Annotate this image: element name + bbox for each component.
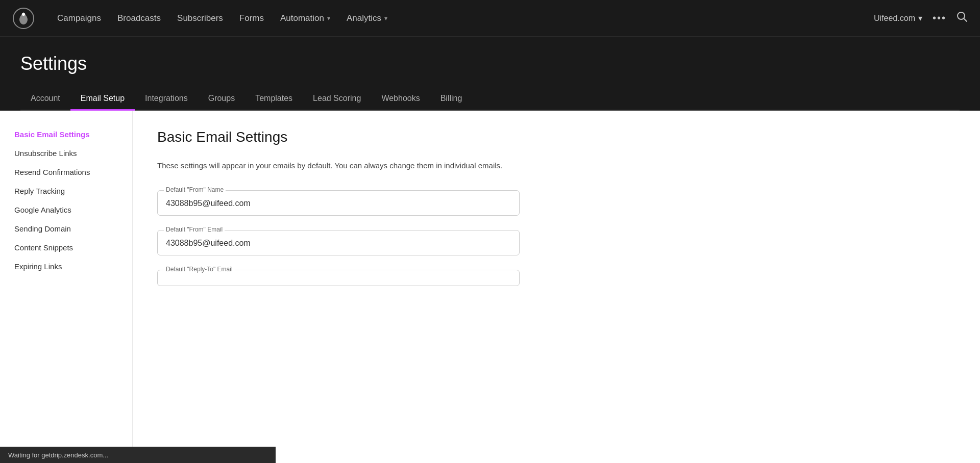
tab-account[interactable]: Account <box>20 89 70 111</box>
account-dropdown-arrow: ▾ <box>918 13 922 23</box>
tab-lead-scoring[interactable]: Lead Scoring <box>303 89 371 111</box>
sidebar-resend-confirmations[interactable]: Resend Confirmations <box>12 163 120 182</box>
svg-line-3 <box>964 19 967 22</box>
svg-point-1 <box>22 13 25 16</box>
from-email-label: Default "From" Email <box>164 226 225 233</box>
logo[interactable] <box>12 7 35 30</box>
sidebar-google-analytics[interactable]: Google Analytics <box>12 200 120 219</box>
nav-subscribers[interactable]: Subscribers <box>171 9 229 28</box>
from-name-group: Default "From" Name 43088b95@uifeed.com <box>157 190 520 216</box>
sidebar: Basic Email Settings Unsubscribe Links R… <box>0 111 133 463</box>
nav-analytics[interactable]: Analytics ▾ <box>340 9 394 28</box>
nav-automation[interactable]: Automation ▾ <box>274 9 336 28</box>
from-email-value: 43088b95@uifeed.com <box>166 237 511 248</box>
nav-links: Campaigns Broadcasts Subscribers Forms A… <box>51 9 874 28</box>
reply-to-label: Default "Reply-To" Email <box>164 266 235 273</box>
more-options-button[interactable]: ••• <box>933 12 946 24</box>
tab-groups[interactable]: Groups <box>198 89 245 111</box>
tab-billing[interactable]: Billing <box>430 89 473 111</box>
from-email-group: Default "From" Email 43088b95@uifeed.com <box>157 230 520 255</box>
nav-right: Uifeed.com ▾ ••• <box>874 11 968 25</box>
from-email-field-wrapper[interactable]: Default "From" Email 43088b95@uifeed.com <box>157 230 520 255</box>
account-selector[interactable]: Uifeed.com ▾ <box>874 13 922 23</box>
page-header: Settings Account Email Setup Integration… <box>0 37 980 111</box>
status-bar: Waiting for getdrip.zendesk.com... <box>0 447 276 463</box>
nav-campaigns[interactable]: Campaigns <box>51 9 107 28</box>
reply-to-field-wrapper[interactable]: Default "Reply-To" Email <box>157 270 520 286</box>
settings-tabs: Account Email Setup Integrations Groups … <box>20 89 960 111</box>
from-name-field-wrapper[interactable]: Default "From" Name 43088b95@uifeed.com <box>157 190 520 216</box>
page-title: Settings <box>20 53 960 74</box>
analytics-dropdown-arrow: ▾ <box>384 15 387 22</box>
sidebar-content-snippets[interactable]: Content Snippets <box>12 238 120 257</box>
status-text: Waiting for getdrip.zendesk.com... <box>8 451 108 459</box>
search-icon[interactable] <box>957 11 968 25</box>
tab-integrations[interactable]: Integrations <box>135 89 198 111</box>
content-area: Basic Email Settings These settings will… <box>133 111 980 463</box>
sidebar-unsubscribe-links[interactable]: Unsubscribe Links <box>12 144 120 163</box>
automation-dropdown-arrow: ▾ <box>327 15 330 22</box>
tab-templates[interactable]: Templates <box>245 89 303 111</box>
from-name-value: 43088b95@uifeed.com <box>166 197 511 208</box>
reply-to-value <box>166 276 511 278</box>
content-description: These settings will appear in your email… <box>157 160 504 172</box>
sidebar-sending-domain[interactable]: Sending Domain <box>12 219 120 238</box>
top-navigation: Campaigns Broadcasts Subscribers Forms A… <box>0 0 980 37</box>
main-layout: Basic Email Settings Unsubscribe Links R… <box>0 111 980 463</box>
tab-email-setup[interactable]: Email Setup <box>70 89 135 111</box>
nav-broadcasts[interactable]: Broadcasts <box>111 9 167 28</box>
sidebar-expiring-links[interactable]: Expiring Links <box>12 257 120 276</box>
from-name-label: Default "From" Name <box>164 186 226 193</box>
nav-forms[interactable]: Forms <box>233 9 270 28</box>
tab-webhooks[interactable]: Webhooks <box>371 89 430 111</box>
sidebar-reply-tracking[interactable]: Reply Tracking <box>12 182 120 200</box>
content-title: Basic Email Settings <box>157 129 955 145</box>
sidebar-basic-email-settings[interactable]: Basic Email Settings <box>12 125 120 144</box>
reply-to-group: Default "Reply-To" Email <box>157 270 520 286</box>
